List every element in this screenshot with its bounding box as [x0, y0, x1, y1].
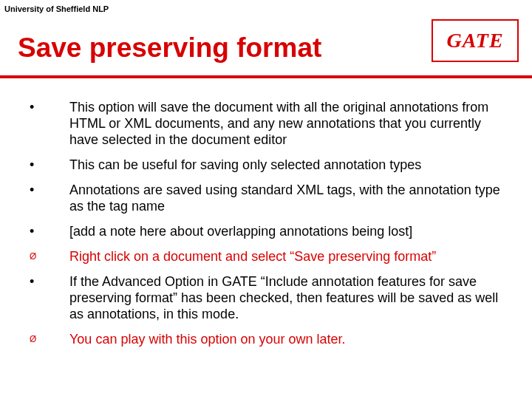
- list-item: Ø Right click on a document and select “…: [30, 248, 510, 265]
- arrow-icon: Ø: [30, 331, 69, 347]
- bullet-icon: •: [30, 182, 69, 198]
- slide-title: Save preserving format: [18, 33, 321, 64]
- list-item: • [add a note here about overlapping ann…: [30, 223, 510, 239]
- bullet-icon: •: [30, 157, 69, 173]
- bullet-icon: •: [30, 273, 69, 290]
- bullet-list: • This option will save the document wit…: [30, 99, 510, 356]
- bullet-text: You can play with this option on your ow…: [69, 331, 510, 347]
- list-item: • This can be useful for saving only sel…: [30, 157, 510, 173]
- list-item: • If the Advanced Option in GATE “Includ…: [30, 273, 510, 322]
- list-item: Ø You can play with this option on your …: [30, 331, 510, 347]
- bullet-text: Annotations are saved using standard XML…: [69, 182, 510, 214]
- gate-logo: GATE: [432, 19, 519, 62]
- org-label: University of Sheffield NLP: [4, 4, 109, 13]
- bullet-text: [add a note here about overlapping annot…: [69, 223, 510, 239]
- title-divider: [0, 75, 532, 78]
- gate-logo-text: GATE: [446, 29, 503, 52]
- bullet-icon: •: [30, 223, 69, 239]
- bullet-text: This can be useful for saving only selec…: [69, 157, 510, 173]
- bullet-icon: •: [30, 99, 69, 115]
- arrow-icon: Ø: [30, 248, 69, 265]
- bullet-text: If the Advanced Option in GATE “Include …: [69, 273, 510, 322]
- bullet-text: This option will save the document with …: [69, 99, 510, 148]
- list-item: • This option will save the document wit…: [30, 99, 510, 148]
- list-item: • Annotations are saved using standard X…: [30, 182, 510, 214]
- bullet-text: Right click on a document and select “Sa…: [69, 248, 510, 265]
